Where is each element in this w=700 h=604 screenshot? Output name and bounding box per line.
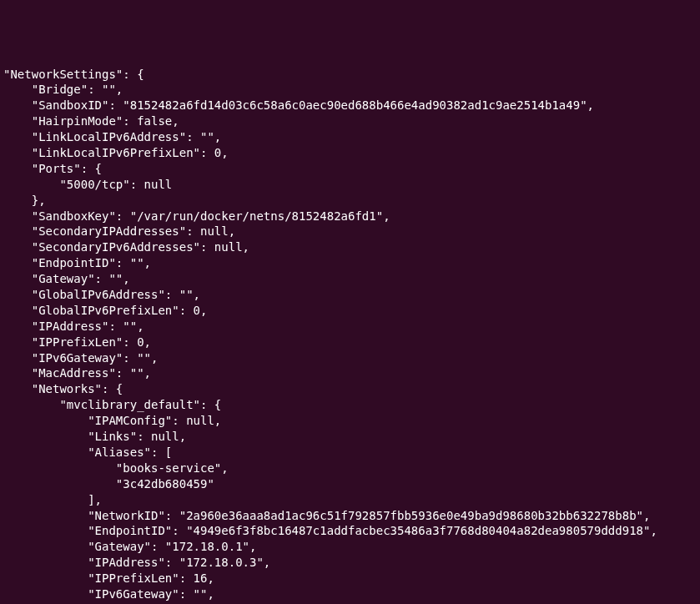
json-line: "IPAddress": "172.18.0.3", [3,556,270,569]
json-line: "GlobalIPv6PrefixLen": 0, [3,304,207,317]
json-line: "5000/tcp": null [3,178,172,191]
json-line: "Bridge": "", [3,83,123,96]
json-line: "MacAddress": "", [3,366,151,380]
json-line: "EndpointID": "4949e6f3f8bc16487c1addfac… [3,524,657,537]
json-line: "IPAMConfig": null, [3,414,221,427]
json-line: ], [3,493,102,506]
json-line: "IPPrefixLen": 16, [3,571,214,585]
json-line: "3c42db680459" [3,477,214,491]
json-line: "IPAddress": "", [3,320,144,333]
json-line: "Ports": { [3,162,102,175]
json-line: "GlobalIPv6Address": "", [3,288,200,301]
json-line: "LinkLocalIPv6Address": "", [3,130,221,143]
json-line: "SandboxKey": "/var/run/docker/netns/815… [3,209,390,223]
json-line: "IPv6Gateway": "", [3,587,214,601]
json-line: "LinkLocalIPv6PrefixLen": 0, [3,146,229,159]
json-line: "HairpinMode": false, [3,114,179,128]
json-line: "SecondaryIPv6Addresses": null, [3,240,249,254]
json-line: "SandboxID": "8152482a6fd14d03c6c58a6c0a… [3,98,594,112]
json-line: "IPv6Gateway": "", [3,351,158,365]
json-line: "NetworkID": "2a960e36aaa8ad1ac96c51f792… [3,509,650,522]
terminal-output[interactable]: "NetworkSettings": { "Bridge": "", "Sand… [3,67,697,604]
json-line: "Gateway": "", [3,272,130,285]
json-line: "mvclibrary_default": { [3,398,221,411]
json-line: "SecondaryIPAddresses": null, [3,224,235,238]
json-line: "EndpointID": "", [3,256,151,269]
json-line: "Aliases": [ [3,445,172,459]
json-line: "NetworkSettings": { [3,68,144,81]
json-line: "books-service", [3,461,229,475]
json-line: "Gateway": "172.18.0.1", [3,540,256,553]
json-line: }, [3,194,46,207]
json-line: "IPPrefixLen": 0, [3,335,151,349]
json-line: "Links": null, [3,430,186,443]
json-line: "Networks": { [3,382,123,395]
